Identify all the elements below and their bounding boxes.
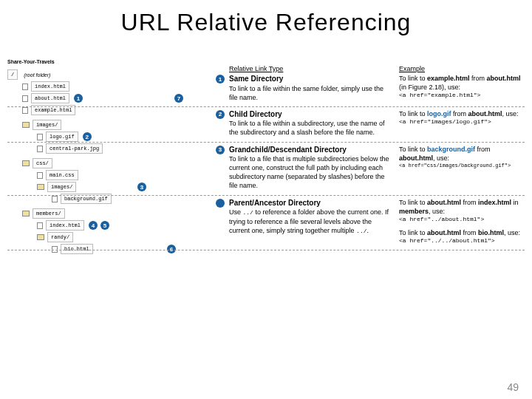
t: .: [366, 227, 369, 234]
file-icon: [22, 83, 28, 90]
t: example.html: [427, 75, 470, 82]
entry-2: 2 Child Directory To link to a file with…: [229, 109, 525, 137]
t: To link to: [399, 146, 427, 153]
entry-4-desc: Use ../ to reference a folder above the …: [229, 208, 392, 236]
t: members: [399, 208, 429, 215]
page-title: URL Relative Referencing: [0, 0, 532, 39]
folder-css: css/: [33, 158, 52, 168]
t: , use:: [502, 110, 519, 117]
divider: [7, 106, 525, 107]
header-type: Relative Link Type: [229, 65, 399, 72]
entry-4-code2: <a href="../../about.html">: [399, 237, 525, 245]
entry-1-title: Same Directory: [229, 74, 392, 84]
entry-num-2: 2: [216, 110, 225, 119]
divider: [7, 250, 525, 250]
tree-marker-5: 5: [100, 221, 109, 230]
t: (in Figure 2.18), use:: [399, 83, 460, 91]
t: about.html: [468, 110, 502, 117]
folder-icon: [22, 211, 30, 216]
entry-num-1: 1: [216, 75, 225, 83]
entry-2-title: Child Directory: [229, 109, 392, 120]
t: in: [511, 199, 519, 206]
entry-1: 1 Same Directory To link to a file withi…: [229, 74, 525, 102]
t: To link to: [399, 229, 427, 236]
file-icon: [22, 95, 28, 102]
file-icon: [37, 134, 43, 140]
file-tree: / (root folder) index.html about.html 1 …: [7, 68, 192, 256]
file-about: about.html: [31, 93, 69, 103]
t: Use: [229, 208, 243, 216]
file-member-index: index.html: [46, 220, 84, 231]
t: logo.gif: [427, 110, 451, 117]
folder-randy: randy/: [47, 232, 73, 242]
entry-2-code: <a href="images/logo.gif">: [399, 118, 525, 126]
file-logo: logo.gif: [46, 132, 78, 142]
divider: [7, 195, 525, 196]
t: index.html: [478, 199, 511, 206]
t: To link to: [399, 75, 427, 82]
tree-marker-7: 7: [174, 94, 183, 103]
t: ../: [356, 228, 366, 234]
tree-marker-1: 1: [74, 94, 83, 103]
divider: [7, 142, 525, 143]
site-label: Share-Your-Travels: [7, 59, 55, 64]
folder-icon: [37, 234, 44, 240]
folder-css-images: images/: [47, 182, 76, 192]
file-icon: [37, 146, 43, 152]
entry-1-code: <a href="example.html">: [399, 92, 525, 100]
entry-num-4: [216, 199, 225, 208]
t: from: [461, 199, 478, 206]
root-folder: /: [7, 69, 18, 80]
t: from: [461, 229, 478, 236]
file-icon: [52, 196, 58, 202]
t: bio.html: [478, 229, 504, 236]
t: background.gif: [427, 146, 475, 153]
entry-3-code: <a href="css/images/background.gif">: [399, 163, 525, 169]
folder-icon: [37, 184, 44, 190]
entry-3-desc: To link to a file that is multiple subdi…: [229, 154, 392, 191]
entry-4: Parent/Ancestor Directory Use ../ to ref…: [229, 198, 525, 245]
entry-3: 3 Grandchild/Descendant Directory To lin…: [229, 145, 525, 191]
t: ../: [243, 209, 253, 216]
t: from: [451, 110, 468, 117]
file-icon: [37, 222, 43, 229]
entry-num-3: 3: [216, 146, 225, 154]
reference-table: Relative Link Type Example 1 Same Direct…: [229, 65, 525, 253]
t: , use:: [504, 229, 520, 236]
t: , use:: [429, 208, 445, 215]
file-index: index.html: [31, 81, 69, 92]
folder-images: images/: [33, 120, 61, 130]
page-number: 49: [507, 381, 519, 393]
entry-2-desc: To link to a file within a subdirectory,…: [229, 119, 392, 137]
t: about.html: [399, 154, 433, 162]
file-icon: [22, 107, 28, 114]
t: To link to: [399, 199, 427, 206]
entry-4-title: Parent/Ancestor Directory: [229, 198, 392, 208]
t: about.html: [427, 229, 461, 236]
tree-marker-4: 4: [89, 221, 98, 230]
file-icon: [37, 172, 43, 179]
t: from: [470, 75, 487, 82]
file-central: central-park.jpg: [46, 143, 103, 154]
t: about.html: [487, 75, 521, 82]
t: To link to: [399, 110, 427, 117]
t: from: [475, 146, 491, 153]
folder-icon: [22, 122, 30, 128]
t: , use:: [433, 154, 449, 162]
tree-marker-2: 2: [83, 132, 92, 141]
t: about.html: [427, 199, 461, 206]
header-example: Example: [399, 65, 525, 72]
entry-4-code1: <a href="../about.html">: [399, 216, 525, 224]
folder-icon: [22, 160, 30, 166]
folder-members: members/: [33, 208, 65, 219]
entry-3-title: Grandchild/Descendant Directory: [229, 145, 392, 155]
tree-marker-3: 3: [137, 183, 146, 191]
root-note: (root folder): [24, 72, 50, 78]
file-maincss: main.css: [46, 170, 78, 180]
entry-1-desc: To link to a file within the same folder…: [229, 84, 392, 102]
